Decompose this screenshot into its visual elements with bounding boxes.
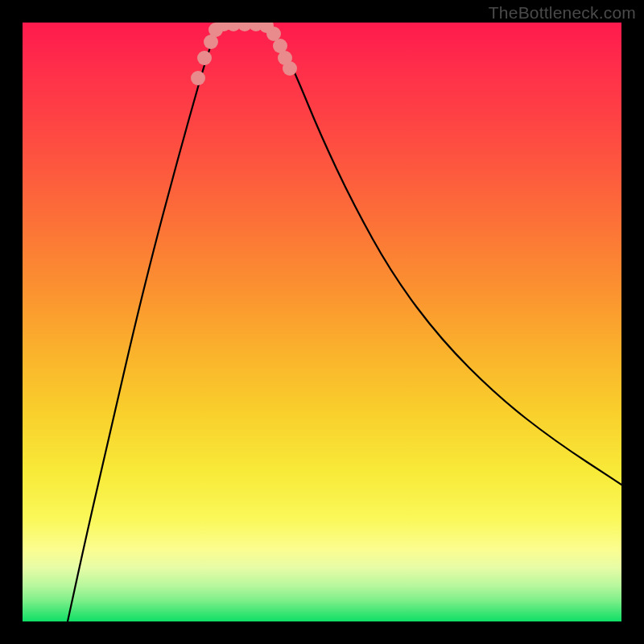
watermark-text: TheBottleneck.com <box>489 3 636 23</box>
marker-dot <box>197 51 212 65</box>
main-curve <box>68 23 621 621</box>
curve-layer <box>23 23 621 621</box>
chart-frame: TheBottleneck.com <box>0 0 644 644</box>
marker-dot <box>191 71 205 85</box>
marker-dot <box>283 61 297 76</box>
curve-markers <box>191 23 297 85</box>
plot-area <box>23 23 621 621</box>
